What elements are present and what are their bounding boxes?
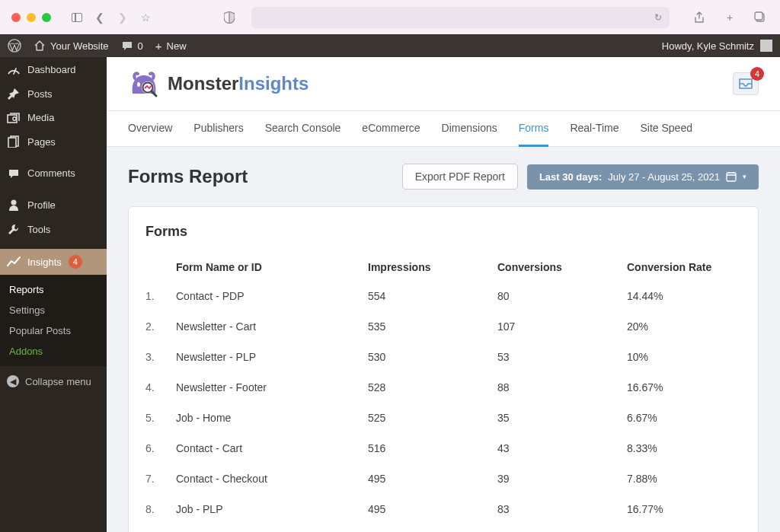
maximize-window-button[interactable] [42,13,51,22]
howdy-label: Howdy, Kyle Schmitz [662,40,754,52]
cell-name: Job - Home [176,412,368,424]
brand-logo[interactable]: MonsterInsights [128,68,308,100]
tab-publishers[interactable]: Publishers [193,111,243,146]
url-bar[interactable]: ↻ [251,7,670,28]
cell-name: Newsletter - Cart [176,320,368,333]
bookmark-star-icon[interactable]: ☆ [137,11,154,24]
sidebar-item-media[interactable]: Media [0,106,107,129]
pages-icon [7,135,21,148]
comment-icon [121,40,133,51]
new-tab-icon[interactable]: + [721,11,738,24]
cell-conversions: 35 [497,412,627,424]
minimize-window-button[interactable] [27,13,36,22]
col-impressions: Impressions [368,261,497,273]
sidebar-item-pages[interactable]: Pages [0,129,107,154]
collapse-menu-button[interactable]: ◀ Collapse menu [0,369,107,393]
tabs-overview-icon[interactable] [752,11,769,24]
sidebar-badge: 4 [69,255,82,269]
sidebar-item-posts[interactable]: Posts [0,81,107,106]
cell-conversions: 107 [497,320,627,333]
brand-text: MonsterInsights [168,73,308,94]
wordpress-icon [8,39,21,53]
monster-icon [128,68,160,100]
tab-forms[interactable]: Forms [519,111,549,147]
svg-point-10 [137,82,140,87]
export-pdf-button[interactable]: Export PDF Report [402,164,518,190]
sidebar-item-insights[interactable]: Insights4 [0,249,107,275]
cell-impressions: 554 [368,290,497,302]
shield-icon[interactable] [221,11,238,24]
row-index: 3. [145,351,176,363]
row-index: 7. [145,473,176,485]
row-index: 2. [145,320,176,333]
cell-conversions: 88 [497,381,627,393]
comment-icon [7,168,21,179]
tab-real-time[interactable]: Real-Time [570,111,619,146]
cell-name: Contact - Checkout [176,473,368,485]
new-label: New [167,40,187,52]
table-row: 4.Newsletter - Footer5288816.67% [145,372,741,403]
cell-conversions: 43 [497,442,627,454]
col-name: Form Name or ID [176,261,368,273]
table-row: 6.Contact - Cart516438.33% [145,433,741,464]
inbox-button[interactable]: 4 [733,72,759,95]
cell-rate: 8.33% [627,442,741,454]
tab-dimensions[interactable]: Dimensions [442,111,497,146]
share-icon[interactable] [691,11,708,24]
submenu-item-settings[interactable]: Settings [0,300,107,320]
date-range-button[interactable]: Last 30 days: July 27 - August 25, 2021 … [527,164,759,190]
row-index: 6. [145,442,176,454]
cell-rate: 16.77% [627,503,741,515]
nav-forward-icon[interactable]: ❯ [114,11,131,24]
cell-rate: 10% [627,351,741,363]
calendar-icon [726,171,737,182]
comments-link[interactable]: 0 [121,40,143,52]
tab-overview[interactable]: Overview [128,111,172,146]
cell-rate: 20% [627,320,741,333]
sidebar-item-dashboard[interactable]: Dashboard [0,57,107,81]
comments-count: 0 [138,40,143,52]
submenu-item-reports[interactable]: Reports [0,279,107,300]
plus-icon: + [155,40,162,53]
svg-rect-6 [8,138,16,148]
cell-name: Newsletter - Footer [176,381,368,393]
tab-ecommerce[interactable]: eCommerce [362,111,420,146]
sidebar-item-label: Insights [27,256,62,268]
insights-icon [7,256,21,267]
close-window-button[interactable] [11,13,21,22]
wp-logo[interactable] [8,39,21,53]
collapse-label: Collapse menu [25,376,91,387]
sidebar-item-comments[interactable]: Comments [0,161,107,185]
sidebar-toggle-icon[interactable] [69,13,85,22]
new-content-link[interactable]: + New [155,40,187,53]
cell-rate: 6.67% [627,412,741,424]
report-tabs: OverviewPublishersSearch ConsoleeCommerc… [107,111,780,147]
table-row: 8.Job - PLP4958316.77% [145,494,741,524]
cell-impressions: 530 [368,351,497,363]
cell-impressions: 525 [368,412,497,424]
collapse-icon: ◀ [7,375,19,387]
submenu-item-addons[interactable]: Addons [0,341,107,362]
date-range-value: July 27 - August 25, 2021 [608,171,720,183]
sidebar-item-label: Tools [27,224,50,235]
chevron-down-icon: ▾ [743,173,746,180]
reload-icon[interactable]: ↻ [654,12,662,23]
site-name-link[interactable]: Your Website [34,40,109,52]
sidebar-item-tools[interactable]: Tools [0,217,107,241]
cell-impressions: 495 [368,473,497,485]
cell-rate: 16.67% [627,381,741,393]
account-link[interactable]: Howdy, Kyle Schmitz [662,40,772,52]
table-row: 7.Contact - Checkout495397.88% [145,464,741,494]
main-content: MonsterInsights 4 OverviewPublishersSear… [107,57,780,532]
nav-back-icon[interactable]: ❮ [91,11,108,24]
cell-rate: 7.88% [627,473,741,485]
svg-rect-3 [8,115,17,123]
traffic-lights [11,13,51,22]
submenu-item-popular-posts[interactable]: Popular Posts [0,320,107,341]
cell-name: Contact - PDP [176,290,368,302]
cell-name: Newsletter - PLP [176,351,368,363]
sidebar-item-profile[interactable]: Profile [0,193,107,217]
tab-site-speed[interactable]: Site Speed [640,111,692,146]
sidebar-item-label: Dashboard [27,64,76,75]
tab-search-console[interactable]: Search Console [265,111,341,146]
